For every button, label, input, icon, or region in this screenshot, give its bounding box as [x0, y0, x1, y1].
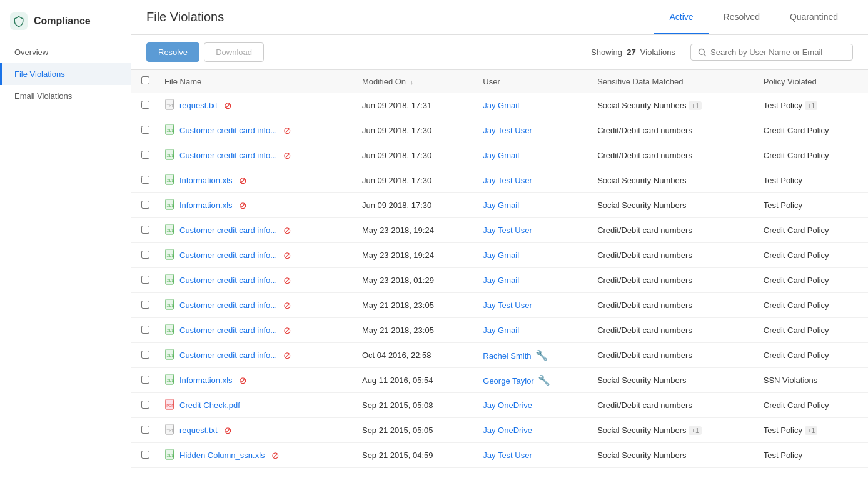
sidebar-item-overview[interactable]: Overview	[0, 41, 131, 63]
cell-policy: Credit Card Policy	[756, 243, 868, 268]
svg-text:XLS: XLS	[167, 378, 174, 382]
user-link[interactable]: Jay Gmail	[483, 276, 519, 285]
warning-icon: ⊘	[239, 175, 247, 186]
cell-modified: Jun 09 2018, 17:30	[355, 118, 475, 143]
file-link[interactable]: Customer credit card info...	[179, 351, 277, 360]
tab-quarantined[interactable]: Quarantined	[775, 1, 853, 34]
row-checkbox[interactable]	[141, 326, 149, 334]
user-link[interactable]: Jay Gmail	[483, 326, 519, 335]
search-box[interactable]	[690, 44, 853, 61]
tab-resolved[interactable]: Resolved	[709, 1, 775, 34]
file-link[interactable]: Credit Check.pdf	[179, 401, 240, 410]
user-link[interactable]: Jay Gmail	[483, 251, 519, 260]
svg-text:XLS: XLS	[167, 253, 174, 258]
cell-policy: Credit Card Policy	[756, 343, 868, 368]
cell-filename: XLS Customer credit card info... ⊘	[164, 149, 347, 162]
file-link[interactable]: Information.xls	[179, 201, 233, 210]
table-row: TXT request.txt ⊘ Sep 21 2015, 05:05Jay …	[131, 418, 868, 443]
cell-filename: XLS Hidden Column_ssn.xls ⊘	[164, 449, 347, 462]
file-link[interactable]: Customer credit card info...	[179, 226, 277, 235]
user-link[interactable]: Jay Test User	[483, 226, 532, 235]
top-header: File Violations ActiveResolvedQuarantine…	[131, 0, 868, 35]
user-link[interactable]: Jay Test User	[483, 126, 532, 135]
col-modified[interactable]: Modified On ↓	[355, 70, 475, 93]
user-link[interactable]: Jay Gmail	[483, 201, 519, 210]
special-icon: 🔧	[535, 350, 548, 361]
svg-text:XLS: XLS	[167, 128, 174, 132]
tab-active[interactable]: Active	[654, 1, 708, 34]
row-checkbox[interactable]	[141, 201, 149, 209]
file-link[interactable]: Customer credit card info...	[179, 126, 277, 135]
file-type-icon: XLS	[164, 274, 176, 287]
svg-text:XLS: XLS	[167, 453, 174, 458]
file-type-icon: TXT	[164, 99, 176, 112]
svg-text:PDF: PDF	[166, 404, 174, 408]
cell-sensitive: Credit/Debit card numbers	[590, 243, 756, 268]
user-link[interactable]: Jay Gmail	[483, 101, 519, 110]
row-checkbox[interactable]	[141, 226, 149, 234]
file-type-icon: XLS	[164, 349, 176, 362]
file-link[interactable]: Information.xls	[179, 376, 233, 385]
sidebar-item-file-violations[interactable]: File Violations	[0, 63, 131, 85]
row-checkbox[interactable]	[141, 451, 149, 459]
row-checkbox[interactable]	[141, 301, 149, 309]
warning-icon: ⊘	[271, 450, 280, 461]
row-checkbox[interactable]	[141, 101, 149, 109]
cell-filename: XLS Information.xls ⊘	[164, 374, 347, 387]
select-all-checkbox[interactable]	[141, 76, 149, 84]
file-link[interactable]: request.txt	[179, 426, 218, 435]
row-checkbox[interactable]	[141, 351, 149, 359]
row-checkbox[interactable]	[141, 426, 149, 434]
file-link[interactable]: Customer credit card info...	[179, 251, 277, 260]
cell-modified: Sep 21 2015, 05:05	[355, 418, 475, 443]
user-link[interactable]: Jay Gmail	[483, 151, 519, 160]
col-user: User	[475, 70, 590, 93]
row-checkbox[interactable]	[141, 126, 149, 134]
row-checkbox[interactable]	[141, 176, 149, 184]
row-checkbox[interactable]	[141, 151, 149, 159]
file-link[interactable]: Customer credit card info...	[179, 301, 277, 310]
user-link[interactable]: George Taylor	[483, 376, 533, 386]
col-checkbox	[131, 70, 157, 93]
user-link[interactable]: Jay OneDrive	[483, 426, 532, 435]
user-link[interactable]: Jay Test User	[483, 301, 532, 310]
row-checkbox[interactable]	[141, 376, 149, 384]
user-link[interactable]: Jay Test User	[483, 176, 532, 185]
user-link[interactable]: Jay OneDrive	[483, 401, 532, 410]
cell-modified: Oct 04 2016, 22:58	[355, 343, 475, 368]
cell-filename: XLS Customer credit card info... ⊘	[164, 249, 347, 262]
cell-filename: XLS Customer credit card info... ⊘	[164, 224, 347, 237]
cell-sensitive: Credit/Debit card numbers	[590, 318, 756, 343]
resolve-button[interactable]: Resolve	[146, 42, 199, 62]
file-type-icon: XLS	[164, 324, 176, 337]
file-link[interactable]: Customer credit card info...	[179, 326, 277, 335]
main-content: File Violations ActiveResolvedQuarantine…	[131, 0, 868, 495]
user-link[interactable]: Jay Test User	[483, 451, 532, 460]
row-checkbox[interactable]	[141, 251, 149, 259]
col-policy: Policy Violated	[756, 70, 868, 93]
warning-icon: ⊘	[239, 375, 247, 386]
table-row: XLS Customer credit card info... ⊘ May 2…	[131, 243, 868, 268]
row-checkbox[interactable]	[141, 401, 149, 409]
sidebar-item-email-violations[interactable]: Email Violations	[0, 85, 131, 107]
cell-modified: May 21 2018, 23:05	[355, 318, 475, 343]
download-button[interactable]: Download	[204, 42, 264, 62]
table-row: XLS Customer credit card info... ⊘ May 2…	[131, 218, 868, 243]
file-link[interactable]: Customer credit card info...	[179, 276, 277, 285]
file-link[interactable]: Customer credit card info...	[179, 151, 277, 160]
cell-modified: May 23 2018, 19:24	[355, 218, 475, 243]
page-title: File Violations	[146, 10, 224, 24]
file-type-icon: XLS	[164, 149, 176, 162]
cell-policy: SSN Violations	[756, 368, 868, 393]
cell-policy: Credit Card Policy	[756, 393, 868, 418]
row-checkbox[interactable]	[141, 276, 149, 284]
file-link[interactable]: request.txt	[179, 101, 218, 110]
file-link[interactable]: Hidden Column_ssn.xls	[179, 451, 265, 460]
user-link[interactable]: Rachel Smith	[483, 351, 531, 361]
cell-modified: May 23 2018, 01:29	[355, 268, 475, 293]
search-input[interactable]	[710, 48, 846, 57]
file-type-icon: XLS	[164, 124, 176, 137]
cell-sensitive: Social Security Numbers	[590, 443, 756, 468]
file-link[interactable]: Information.xls	[179, 176, 233, 185]
table-row: PDF Credit Check.pdf Sep 21 2015, 05:08J…	[131, 393, 868, 418]
